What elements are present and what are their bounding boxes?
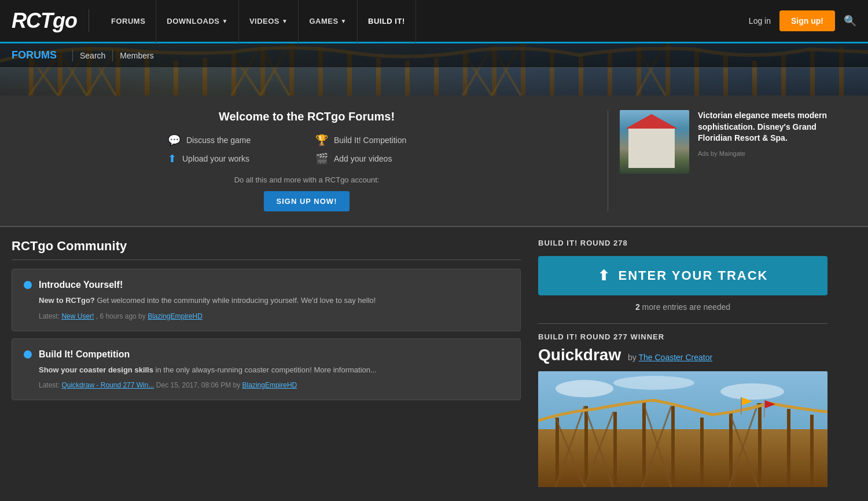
welcome-section: Welcome to the RCTgo Forums! 💬 Discuss t… bbox=[0, 96, 868, 227]
search-icon[interactable]: 🔍 bbox=[844, 14, 856, 27]
main-nav: FORUMS DOWNLOADS▼ VIDEOS▼ GAMES▼ BUILD I… bbox=[101, 0, 749, 43]
upload-icon: ⬆ bbox=[168, 152, 176, 165]
welcome-title: Welcome to the RCTgo Forums! bbox=[17, 110, 596, 123]
forum-active-dot bbox=[24, 281, 32, 289]
svg-rect-59 bbox=[787, 409, 790, 487]
section-divider bbox=[538, 323, 827, 324]
feature-upload: ⬆ Upload your works bbox=[168, 152, 298, 165]
latest-user-link[interactable]: BlazingEmpireHD bbox=[148, 312, 203, 320]
latest-time-2: Dec 15, 2017, 08:06 PM by bbox=[156, 381, 242, 389]
nav-item-videos[interactable]: VIDEOS▼ bbox=[239, 0, 299, 43]
feature-competition-label: Build It! Competition bbox=[334, 136, 406, 145]
round-winner-label: BUILD IT! ROUND 277 WINNER bbox=[538, 332, 827, 341]
chevron-down-icon: ▼ bbox=[282, 18, 288, 24]
winner-coaster-svg bbox=[538, 371, 827, 487]
svg-point-47 bbox=[556, 380, 613, 397]
entries-text: more entries are needed bbox=[640, 302, 730, 312]
nav-item-downloads[interactable]: DOWNLOADS▼ bbox=[156, 0, 239, 43]
winner-by: by The Coaster Creator bbox=[628, 353, 712, 362]
svg-rect-54 bbox=[642, 400, 646, 487]
svg-point-48 bbox=[613, 376, 694, 390]
entries-count: 2 bbox=[635, 302, 640, 312]
signup-now-button[interactable]: SIGN UP NOW! bbox=[264, 191, 350, 211]
forum-latest-buildit: Latest: Quickdraw - Round 277 Win... Dec… bbox=[39, 381, 509, 389]
forum-desc-text-2: in the only always-running coaster compe… bbox=[153, 365, 314, 374]
welcome-ad: Victorian elegance meets modern sophisti… bbox=[608, 110, 851, 211]
video-icon: 🎬 bbox=[315, 152, 328, 165]
latest-post-link[interactable]: New User! bbox=[61, 312, 94, 320]
login-link[interactable]: Log in bbox=[749, 16, 771, 25]
forums-label: FORUMS bbox=[12, 49, 57, 61]
signup-button[interactable]: Sign up! bbox=[779, 10, 835, 31]
forum-card-introduce: Introduce Yourself! New to RCTgo? Get we… bbox=[12, 269, 521, 331]
forum-desc-bold-2: Show your coaster design skills bbox=[39, 365, 153, 374]
latest-time: , 6 hours ago by bbox=[96, 312, 148, 320]
forum-buildit-desc: Show your coaster design skills in the o… bbox=[39, 364, 509, 376]
welcome-left: Welcome to the RCTgo Forums! 💬 Discuss t… bbox=[17, 110, 596, 211]
chat-icon: 💬 bbox=[168, 134, 181, 147]
ad-text: Victorian elegance meets modern sophisti… bbox=[698, 110, 851, 157]
community-title: RCTgo Community bbox=[12, 239, 521, 260]
svg-point-49 bbox=[720, 383, 784, 400]
latest-label-2: Latest: bbox=[39, 381, 60, 389]
winner-row: Quickdraw by The Coaster Creator bbox=[538, 346, 827, 364]
forum-introduce-link[interactable]: Introduce Yourself! bbox=[39, 280, 123, 290]
ads-by-label: Ads by Maingate bbox=[698, 150, 851, 157]
feature-discuss: 💬 Discuss the game bbox=[168, 134, 298, 147]
forum-introduce-desc: New to RCTgo? Get welcomed into the comm… bbox=[39, 295, 509, 306]
enter-track-button[interactable]: ⬆ ENTER YOUR TRACK bbox=[538, 256, 827, 295]
svg-rect-71 bbox=[741, 397, 742, 415]
winner-user-link[interactable]: The Coaster Creator bbox=[639, 353, 713, 362]
ad-building bbox=[628, 127, 675, 168]
left-column: RCTgo Community Introduce Yourself! New … bbox=[12, 239, 521, 487]
svg-rect-58 bbox=[758, 403, 762, 487]
ad-title: Victorian elegance meets modern sophisti… bbox=[698, 110, 851, 144]
feature-discuss-label: Discuss the game bbox=[186, 136, 251, 145]
build-round-label: BUILD IT! ROUND 278 bbox=[538, 239, 827, 247]
forum-latest-introduce: Latest: New User! , 6 hours ago by Blazi… bbox=[39, 312, 509, 320]
welcome-cta-text: Do all this and more with a RCTgo accoun… bbox=[17, 175, 596, 184]
feature-competition: 🏆 Build It! Competition bbox=[315, 134, 446, 147]
forum-buildit-link[interactable]: Build It! Competition bbox=[39, 349, 130, 360]
trophy-icon: 🏆 bbox=[315, 134, 328, 147]
nav-item-buildit[interactable]: BUILD IT! bbox=[358, 0, 416, 43]
search-link[interactable]: Search bbox=[80, 51, 105, 60]
separator bbox=[112, 50, 113, 61]
chevron-down-icon: ▼ bbox=[341, 18, 347, 24]
forum-desc-text: Get welcomed into the community while in… bbox=[95, 296, 376, 305]
right-column: BUILD IT! ROUND 278 ⬆ ENTER YOUR TRACK 2… bbox=[538, 239, 827, 487]
nav-item-games[interactable]: GAMES▼ bbox=[299, 0, 358, 43]
members-link[interactable]: Members bbox=[120, 51, 153, 60]
latest-user-link-2[interactable]: BlazingEmpireHD bbox=[242, 381, 297, 389]
feature-videos-label: Add your videos bbox=[334, 154, 392, 163]
svg-rect-69 bbox=[764, 400, 765, 418]
entries-needed: 2 more entries are needed bbox=[538, 302, 827, 312]
ad-image bbox=[620, 110, 689, 174]
hero-banner: FORUMS Search Members bbox=[0, 43, 868, 96]
ad-roof bbox=[626, 114, 678, 129]
latest-label: Latest: bbox=[39, 312, 60, 320]
header: RCTgo FORUMS DOWNLOADS▼ VIDEOS▼ GAMES▼ B… bbox=[0, 0, 868, 43]
winner-name: Quickdraw bbox=[538, 346, 621, 364]
header-auth: Log in Sign up! 🔍 bbox=[749, 10, 856, 31]
header-divider bbox=[89, 9, 89, 32]
feature-videos: 🎬 Add your videos bbox=[315, 152, 446, 165]
svg-rect-60 bbox=[810, 415, 814, 487]
forum-active-dot-2 bbox=[24, 350, 32, 359]
forum-card-buildit: Build It! Competition Show your coaster … bbox=[12, 338, 521, 401]
svg-rect-57 bbox=[729, 412, 733, 487]
feature-upload-label: Upload your works bbox=[182, 154, 249, 163]
site-logo[interactable]: RCTgo bbox=[12, 9, 77, 33]
main-content: RCTgo Community Introduce Yourself! New … bbox=[0, 227, 839, 499]
winner-image bbox=[538, 371, 827, 487]
separator bbox=[72, 50, 73, 61]
svg-rect-52 bbox=[584, 406, 588, 487]
latest-post-link-2[interactable]: Quickdraw - Round 277 Win... bbox=[61, 381, 154, 389]
enter-track-label: ENTER YOUR TRACK bbox=[619, 268, 768, 283]
chevron-down-icon: ▼ bbox=[222, 18, 227, 24]
welcome-features: 💬 Discuss the game 🏆 Build It! Competiti… bbox=[168, 134, 446, 165]
forum-desc-bold: New to RCTgo? bbox=[39, 296, 95, 305]
upload-track-icon: ⬆ bbox=[598, 268, 610, 284]
more-info-link[interactable]: More information... bbox=[314, 365, 376, 374]
nav-item-forums[interactable]: FORUMS bbox=[101, 0, 156, 43]
